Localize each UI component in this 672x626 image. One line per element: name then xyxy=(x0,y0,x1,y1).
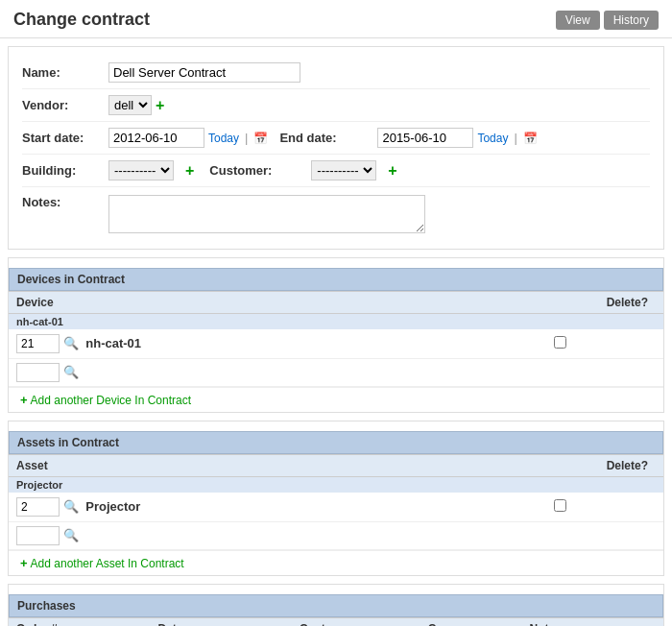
end-date-group: Today | 📅 xyxy=(377,128,537,148)
end-today-link[interactable]: Today xyxy=(477,132,508,145)
start-calendar-icon[interactable]: 📅 xyxy=(253,132,268,145)
device-name: nh-cat-01 xyxy=(85,336,141,350)
add-asset-row: + Add another Asset In Contract xyxy=(9,550,663,575)
device-search-icon[interactable]: 🔍 xyxy=(63,336,79,350)
date-row: Start date: Today | 📅 End date: Today | … xyxy=(22,122,650,155)
start-date-input[interactable] xyxy=(108,128,204,148)
customer-add-icon[interactable]: + xyxy=(388,162,396,180)
asset-search-icon[interactable]: 🔍 xyxy=(63,499,79,514)
end-date-input[interactable] xyxy=(377,128,473,148)
end-calendar-icon[interactable]: 📅 xyxy=(523,132,538,145)
device-new-id-input[interactable] xyxy=(16,363,60,382)
asset-name: Projector xyxy=(85,499,140,514)
building-group: ---------- + xyxy=(108,160,194,181)
asset-sub-label-row: Projector xyxy=(9,477,663,494)
purchases-col-cost: Cost xyxy=(292,618,420,627)
purchases-col-order: Order # xyxy=(9,618,151,627)
name-input[interactable] xyxy=(108,62,300,83)
device-search-row: 🔍 xyxy=(9,359,663,387)
device-sub-label: nh-cat-01 xyxy=(9,314,457,330)
assets-section: Assets in Contract Asset Delete? Project… xyxy=(8,421,664,576)
devices-col-delete: Delete? xyxy=(457,292,663,314)
device-sub-label-row: nh-cat-01 xyxy=(9,314,663,330)
notes-input[interactable] xyxy=(108,195,425,233)
page-header: Change contract View History xyxy=(0,0,672,38)
add-asset-link[interactable]: + Add another Asset In Contract xyxy=(16,556,184,570)
add-device-plus-icon: + xyxy=(20,393,28,407)
assets-table: Asset Delete? Projector 🔍 Projector xyxy=(9,454,663,550)
building-label: Building: xyxy=(22,163,108,178)
notes-row: Notes: xyxy=(22,187,650,239)
end-date-label: End date: xyxy=(279,131,366,145)
vendor-select[interactable]: dell xyxy=(108,95,152,115)
page-title: Change contract xyxy=(13,10,150,30)
vendor-label: Vendor: xyxy=(22,98,108,112)
device-data-row: 🔍 nh-cat-01 xyxy=(9,329,663,359)
devices-section-header: Devices in Contract xyxy=(9,268,663,291)
add-device-row: + Add another Device In Contract xyxy=(9,387,663,412)
device-delete-checkbox[interactable] xyxy=(554,336,566,349)
customer-label: Customer: xyxy=(209,163,296,178)
purchases-table: Order # Date Cost Currency Notes Today | xyxy=(9,617,663,626)
add-asset-plus-icon: + xyxy=(20,556,28,570)
devices-col-device: Device xyxy=(9,292,457,314)
asset-data-row: 🔍 Projector xyxy=(9,493,663,522)
building-customer-row: Building: ---------- + Customer: -------… xyxy=(22,155,650,187)
asset-sub-label: Projector xyxy=(9,477,456,494)
asset-id-input[interactable] xyxy=(16,497,60,517)
name-row: Name: xyxy=(22,57,650,89)
purchases-section: Purchases Order # Date Cost Currency Not… xyxy=(8,584,664,626)
building-select[interactable]: ---------- xyxy=(108,160,174,181)
building-add-icon[interactable]: + xyxy=(185,162,194,180)
asset-search-row: 🔍 xyxy=(9,522,663,550)
customer-group: ---------- + xyxy=(311,160,396,181)
history-button[interactable]: History xyxy=(604,11,659,30)
vendor-add-icon[interactable]: + xyxy=(156,97,164,114)
start-date-group: Today | 📅 xyxy=(108,128,268,148)
start-date-label: Start date: xyxy=(22,131,108,145)
devices-table: Device Delete? nh-cat-01 🔍 nh-cat-01 xyxy=(9,291,663,387)
device-new-search-icon[interactable]: 🔍 xyxy=(63,365,79,379)
main-form: Name: Vendor: dell + Start date: Today |… xyxy=(8,46,664,250)
assets-col-asset: Asset xyxy=(9,455,456,477)
purchases-col-notes: Notes xyxy=(521,618,663,627)
assets-col-delete: Delete? xyxy=(456,455,663,477)
add-device-link[interactable]: + Add another Device In Contract xyxy=(16,393,191,407)
asset-new-id-input[interactable] xyxy=(16,526,60,545)
purchases-col-date: Date xyxy=(151,618,293,627)
asset-new-search-icon[interactable]: 🔍 xyxy=(63,528,79,542)
start-today-link[interactable]: Today xyxy=(208,132,239,145)
device-id-input[interactable] xyxy=(16,334,60,353)
view-button[interactable]: View xyxy=(556,11,600,30)
asset-delete-checkbox[interactable] xyxy=(554,499,566,512)
purchases-col-currency: Currency xyxy=(420,618,522,627)
purchases-section-header: Purchases xyxy=(9,594,663,617)
header-buttons: View History xyxy=(556,11,659,30)
vendor-row: Vendor: dell + xyxy=(22,89,650,122)
customer-select[interactable]: ---------- xyxy=(311,160,376,181)
assets-section-header: Assets in Contract xyxy=(9,431,663,454)
notes-label: Notes: xyxy=(22,195,108,209)
devices-section: Devices in Contract Device Delete? nh-ca… xyxy=(8,257,664,413)
name-label: Name: xyxy=(22,65,108,80)
